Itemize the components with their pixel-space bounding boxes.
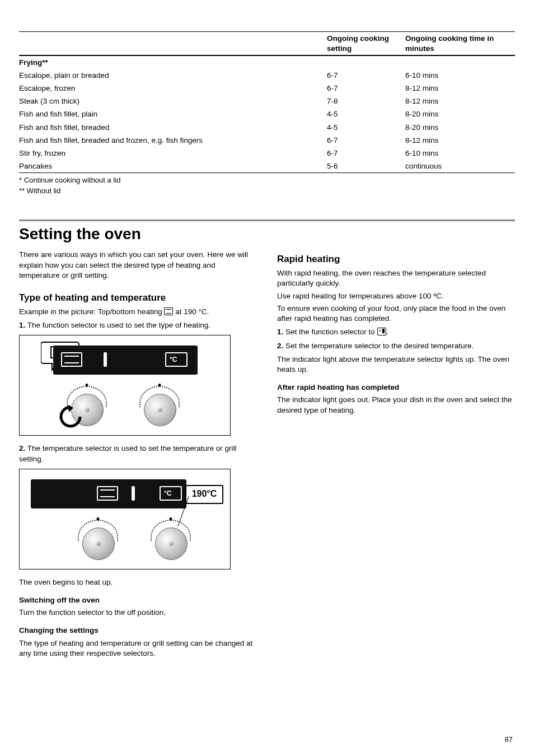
table-row: Fish and fish fillet, breaded and frozen… (19, 134, 515, 147)
cell-setting: 5-6 (327, 161, 405, 171)
rapid-heat-icon (377, 328, 386, 335)
display-heat-mode-icon (61, 352, 82, 367)
table-footnotes: * Continue cooking without a lid ** With… (19, 175, 515, 195)
cell-time: 6-10 mins (405, 71, 515, 81)
intro-text: There are various ways in which you can … (19, 250, 254, 281)
display-heat-mode-icon (97, 486, 118, 501)
cooking-table: Ongoing cooking setting Ongoing cooking … (19, 31, 515, 173)
left-column: There are various ways in which you can … (19, 248, 257, 661)
cell-time: 8-12 mins (405, 83, 515, 94)
figure-temperature-selector: 190°C (19, 469, 231, 570)
cell-setting: 6-7 (327, 148, 405, 158)
page-number: 87 (505, 735, 513, 745)
cell-time: 8-20 mins (405, 109, 515, 119)
display-divider-icon (132, 486, 135, 501)
temperature-selector-knob (151, 520, 191, 560)
table-row: Steak (3 cm thick) 7-8 8-12 mins (19, 95, 515, 108)
table-header-row: Ongoing cooking setting Ongoing cooking … (19, 32, 515, 55)
display-temp-unit-icon (165, 352, 188, 367)
step-number-icon: 2. (277, 342, 283, 350)
step-2-text: The temperature selector is used to set … (19, 444, 236, 463)
top-bottom-heat-icon (164, 307, 173, 315)
table-row: Fish and fish fillet, plain 4-5 8-20 min… (19, 108, 515, 120)
step-1-text: The function selector is used to set the… (27, 321, 210, 329)
heading-after-rapid: After rapid heating has completed (277, 382, 515, 393)
page-title: Setting the oven (19, 220, 515, 245)
temperature-readout: 190°C (185, 485, 223, 504)
example-line: Example in the picture: Top/bottom heati… (19, 307, 257, 317)
table-row: Escalope, plain or breaded 6-7 6-10 mins (19, 69, 515, 82)
cell-desc: Fish and fish fillet, breaded and frozen… (19, 136, 327, 146)
display-temp-unit-icon (160, 486, 182, 501)
example-pre: Example in the picture: Top/bottom heati… (19, 307, 164, 316)
step-2: 2. The temperature selector is used to s… (19, 444, 257, 464)
rapid-p1: With rapid heating, the oven reaches the… (277, 268, 515, 288)
header-time: Ongoing cooking time in minutes (405, 34, 515, 54)
display-divider-icon (104, 352, 107, 367)
cell-time: 6-10 mins (405, 148, 515, 158)
rotate-arrow-icon (58, 404, 83, 430)
cell-desc: Fish and fish fillet, breaded (19, 123, 327, 133)
cell-time: 8-12 mins (405, 136, 515, 146)
footnote-1: * Continue cooking without a lid (19, 175, 515, 185)
cell-desc: Pancakes (19, 161, 327, 171)
header-setting: Ongoing cooking setting (327, 34, 405, 54)
heading-switching-off: Switching off the oven (19, 595, 257, 605)
cell-time: 8-12 mins (405, 96, 515, 106)
cell-setting: 4-5 (327, 123, 405, 133)
step-number-icon: 2. (19, 444, 25, 452)
cell-time: continuous (405, 161, 515, 171)
footnote-2: ** Without lid (19, 186, 515, 196)
oven-display-bar (53, 346, 198, 375)
changing-settings-text: The type of heating and temperature or g… (19, 638, 257, 659)
temperature-selector-knob (139, 386, 180, 426)
cell-setting: 6-7 (327, 83, 405, 94)
cell-setting: 6-7 (327, 136, 405, 146)
table-row: Escalope, frozen 6-7 8-12 mins (19, 82, 515, 95)
after-rapid-text: The indicator light goes out. Place your… (277, 395, 515, 415)
table-row: Stir fry, frozen 6-7 6-10 mins (19, 147, 515, 160)
rapid-p2: Use rapid heating for temperatures above… (277, 291, 515, 301)
step-number-icon: 1. (19, 321, 25, 329)
rapid-step-2-text: Set the temperature selector to the desi… (285, 342, 474, 350)
example-post: at 190 °C. (173, 307, 209, 316)
cell-setting: 4-5 (327, 109, 405, 119)
table-section-frying: Frying** (19, 55, 515, 68)
cell-desc: Stir fry, frozen (19, 148, 327, 158)
step-number-icon: 1. (277, 328, 283, 336)
cell-desc: Steak (3 cm thick) (19, 96, 327, 106)
heading-rapid-heating: Rapid heating (277, 253, 515, 266)
rapid-p3: To ensure even cooking of your food, onl… (277, 304, 515, 324)
function-selector-knob (78, 520, 118, 560)
table-row: Fish and fish fillet, breaded 4-5 8-20 m… (19, 121, 515, 134)
heatup-text: The oven begins to heat up. (19, 577, 257, 587)
switching-off-text: Turn the function selector to the off po… (19, 608, 257, 618)
cell-desc: Fish and fish fillet, plain (19, 109, 327, 119)
rapid-p4: The indicator light above the temperatur… (277, 354, 515, 375)
step-1: 1. The function selector is used to set … (19, 320, 257, 330)
rapid-step-2: 2. Set the temperature selector to the d… (277, 341, 515, 351)
oven-display-bar: 190°C (31, 479, 186, 508)
cell-desc: Escalope, frozen (19, 83, 327, 94)
heading-changing-settings: Changing the settings (19, 626, 257, 636)
cell-setting: 6-7 (327, 71, 405, 81)
figure-function-selector (19, 335, 231, 436)
rapid-step-1-pre: Set the function selector to (285, 328, 377, 336)
rapid-step-1: 1. Set the function selector to . (277, 327, 515, 337)
cell-setting: 7-8 (327, 96, 405, 106)
cell-time: 8-20 mins (405, 123, 515, 133)
right-column: Rapid heating With rapid heating, the ov… (277, 248, 515, 661)
table-row: Pancakes 5-6 continuous (19, 160, 515, 172)
rapid-step-1-post: . (386, 328, 388, 336)
heading-type-of-heating: Type of heating and temperature (19, 292, 257, 305)
cell-desc: Escalope, plain or breaded (19, 71, 327, 81)
